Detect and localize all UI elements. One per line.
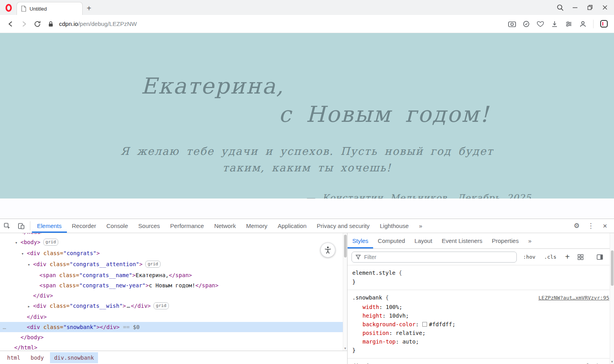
css-selector[interactable]: element.style: [352, 268, 396, 278]
code-token: </div>: [27, 314, 47, 320]
dom-tree-row[interactable]: …<div class="snowbank"></div> == $0: [0, 322, 347, 332]
toggle-element-state-button[interactable]: :hov: [521, 253, 538, 261]
dom-tree: </head>▾<body>grid▾<div class="congrats"…: [0, 233, 347, 351]
devtools-tab-more[interactable]: »: [414, 219, 427, 233]
forward-button[interactable]: [17, 17, 31, 31]
scrollbar-thumb[interactable]: [611, 250, 614, 286]
css-selector[interactable]: .snowbank: [352, 293, 382, 302]
scrollbar-down-arrow[interactable]: ▾: [610, 360, 614, 364]
grid-badge[interactable]: grid: [145, 261, 161, 268]
snapshot-camera-icon[interactable]: [507, 19, 517, 29]
code-token: class=: [56, 282, 79, 289]
devtools-tab-memory[interactable]: Memory: [241, 219, 272, 233]
back-button[interactable]: [4, 17, 17, 31]
devtools-tab-elements[interactable]: Elements: [32, 219, 67, 233]
toggle-sidebar-icon[interactable]: [595, 252, 605, 262]
dom-tree-row[interactable]: ▾<body>grid: [0, 237, 347, 248]
easy-setup-sliders-icon[interactable]: [564, 19, 573, 29]
devtools-tab-lighthouse[interactable]: Lighthouse: [375, 219, 414, 233]
dom-tree-row[interactable]: </div>: [0, 290, 347, 301]
inspect-element-icon[interactable]: [0, 219, 14, 233]
dom-tree-row[interactable]: ▾<div class="congrats__attention">grid: [0, 259, 347, 270]
breadcrumb-item-body[interactable]: body: [27, 352, 48, 363]
kebab-menu-icon[interactable]: ⋮: [585, 222, 597, 230]
styles-tab-more[interactable]: »: [523, 233, 536, 248]
grid-badge[interactable]: grid: [154, 302, 169, 309]
rendering-options-icon[interactable]: [576, 252, 585, 262]
devtools-tab-sources[interactable]: Sources: [133, 219, 165, 233]
devtools-tab-privacy-and-security[interactable]: Privacy and security: [312, 219, 375, 233]
restore-button[interactable]: [583, 0, 597, 15]
profile-icon[interactable]: [578, 19, 588, 29]
dom-tree-row[interactable]: </html>: [0, 342, 347, 351]
color-swatch[interactable]: [422, 322, 427, 327]
sidebar-panel-icon[interactable]: [599, 19, 608, 29]
element-classes-button[interactable]: .cls: [542, 253, 559, 261]
devtools-close-icon[interactable]: ×: [599, 222, 611, 230]
scrollbar-down-arrow[interactable]: ▾: [343, 346, 347, 350]
css-property-name: margin-top: [362, 338, 396, 345]
dom-tree-row[interactable]: <span class="congrats__new-year">с Новым…: [0, 280, 347, 290]
filter-input[interactable]: [364, 254, 513, 260]
dom-tree-row[interactable]: ▾<div class="congrats">: [0, 248, 347, 259]
css-property-value: 100%: [386, 304, 399, 310]
styles-tab-computed[interactable]: Computed: [373, 233, 410, 248]
url-text[interactable]: cdpn.io/pen/debug/LEZPzNW: [59, 20, 137, 27]
expand-arrow-icon[interactable]: ▾: [15, 238, 20, 248]
close-window-button[interactable]: [598, 0, 612, 15]
expand-arrow-icon[interactable]: ▾: [28, 260, 33, 270]
css-property[interactable]: margin-top: auto;: [352, 337, 609, 346]
lock-icon[interactable]: [44, 17, 57, 31]
new-style-rule-button[interactable]: +: [563, 252, 572, 261]
devtools-tab-console[interactable]: Console: [101, 219, 133, 233]
dom-tree-row[interactable]: <span class="congrats__name">Екатерина,<…: [0, 270, 347, 280]
styles-scrollbar[interactable]: ▾: [610, 233, 614, 364]
css-rules: element.style {}.snowbank {LEZPzNW?aut…x…: [348, 265, 614, 364]
dom-tree-row[interactable]: </body>: [0, 332, 347, 342]
styles-tab-event-listeners[interactable]: Event Listeners: [437, 233, 487, 248]
expand-arrow-icon[interactable]: ▾: [21, 249, 27, 259]
tab-bar: Untitled +: [0, 0, 614, 15]
bookmark-heart-icon[interactable]: [536, 19, 545, 29]
devtools-tab-application[interactable]: Application: [272, 219, 311, 233]
css-selector[interactable]: div: [352, 361, 362, 364]
minimize-button[interactable]: [568, 0, 582, 15]
row-overflow-icon[interactable]: …: [3, 322, 6, 332]
browser-tab[interactable]: Untitled: [17, 2, 83, 15]
badge-check-icon[interactable]: [522, 19, 531, 29]
code-token: >: [123, 303, 126, 309]
styles-tab-layout[interactable]: Layout: [410, 233, 437, 248]
settings-gear-icon[interactable]: ⚙: [571, 222, 583, 230]
grid-badge[interactable]: grid: [43, 239, 59, 246]
scrollbar-thumb[interactable]: [344, 235, 347, 257]
styles-tab-properties[interactable]: Properties: [487, 233, 523, 248]
accessibility-button[interactable]: [320, 243, 335, 257]
stylesheet-link[interactable]: LEZPzNW?aut…xmVRVzvr:95: [538, 293, 609, 303]
devtools-body: </head>▾<body>grid▾<div class="congrats"…: [0, 233, 614, 364]
css-property[interactable]: position: relative;: [352, 329, 609, 337]
breadcrumb-item-html[interactable]: html: [3, 352, 24, 363]
css-property[interactable]: width: 100%;: [352, 303, 609, 311]
opera-logo-icon[interactable]: [6, 4, 12, 12]
dom-tree-row[interactable]: ▸<div class="congrats__wish">…</div>grid: [0, 301, 347, 312]
dom-tree-row[interactable]: </head>: [0, 233, 347, 237]
breadcrumb-item-div-snowbank[interactable]: div.snowbank: [50, 352, 98, 363]
filter-input-box[interactable]: [351, 252, 517, 263]
devtools-tab-network[interactable]: Network: [209, 219, 241, 233]
downloads-icon[interactable]: [550, 19, 559, 29]
code-token: "congrats__name": [79, 272, 132, 278]
expand-arrow-icon[interactable]: ▸: [28, 301, 33, 312]
css-property[interactable]: background-color: #fdfdff;: [352, 320, 609, 329]
reload-button[interactable]: [31, 17, 44, 31]
elements-scrollbar[interactable]: ▾: [343, 233, 347, 351]
devtools-tab-recorder[interactable]: Recorder: [67, 219, 102, 233]
code-token: class=: [46, 261, 70, 267]
devtools-tab-performance[interactable]: Performance: [165, 219, 209, 233]
code-token: …: [126, 303, 131, 309]
search-icon[interactable]: [553, 0, 567, 15]
new-tab-button[interactable]: +: [83, 2, 95, 15]
css-property[interactable]: height: 10dvh;: [352, 311, 609, 320]
device-toolbar-icon[interactable]: [14, 219, 28, 233]
styles-tab-styles[interactable]: Styles: [348, 233, 373, 248]
dom-tree-row[interactable]: </div>: [0, 312, 347, 322]
